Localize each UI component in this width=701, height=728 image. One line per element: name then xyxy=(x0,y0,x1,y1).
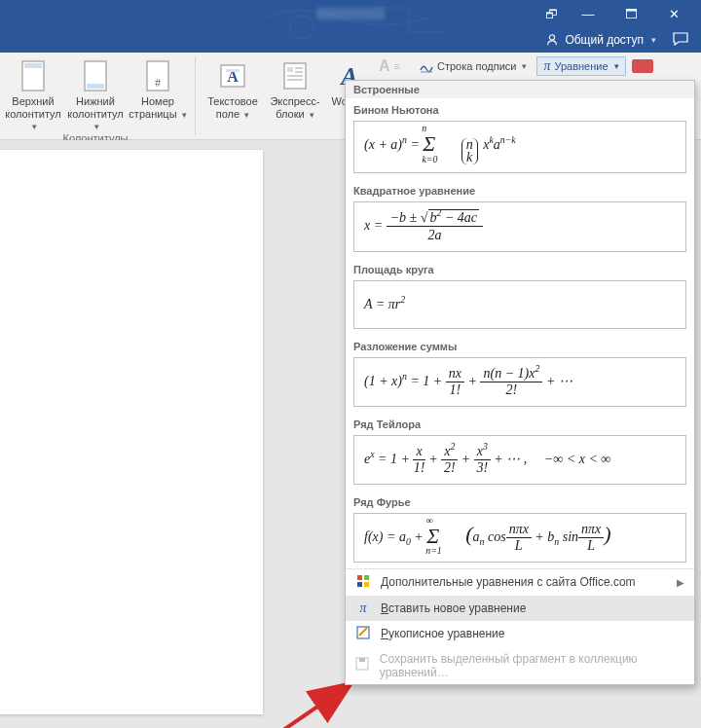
svg-point-0 xyxy=(290,16,314,39)
svg-rect-15 xyxy=(287,75,303,77)
header-icon xyxy=(16,58,51,93)
share-button[interactable]: Общий доступ ▾ xyxy=(537,31,664,49)
eq-item-sum-expansion[interactable]: (1 + x)n = 1 + nx1! + n(n − 1)x22! + ⋯ xyxy=(353,357,686,407)
svg-rect-5 xyxy=(87,84,104,89)
eq-label-quadratic: Квадратное уравнение xyxy=(346,179,694,200)
svg-point-1 xyxy=(550,35,555,40)
menu-save-selection: Сохранить выделенный фрагмент в коллекци… xyxy=(346,647,694,684)
document-page[interactable] xyxy=(0,150,263,714)
svg-rect-10 xyxy=(226,69,240,72)
chevron-right-icon: ▶ xyxy=(677,577,684,588)
menu-ink-equation[interactable]: Рукописное уравнение xyxy=(346,621,694,647)
svg-rect-13 xyxy=(295,67,303,69)
builtin-header: Встроенные xyxy=(346,81,694,98)
menu-insert-equation[interactable]: π Вставить новое уравнение xyxy=(346,596,694,621)
window-title-blur xyxy=(316,8,385,19)
svg-rect-26 xyxy=(359,658,365,662)
svg-rect-21 xyxy=(364,575,369,580)
pi-icon: π xyxy=(355,601,371,616)
dropcap-icon: A xyxy=(379,57,390,75)
eq-label-sum-expansion: Разложение суммы xyxy=(346,335,694,355)
page-number-icon: # xyxy=(140,58,175,93)
quick-parts-button[interactable]: Экспресс-блоки ▾ xyxy=(264,56,326,121)
window-maximize[interactable]: 🗖 xyxy=(609,0,652,27)
equation-dropdown: Встроенные Бином Ньютона (x + a)n = Σk=0… xyxy=(345,80,695,685)
eq-item-circle-area[interactable]: A = πr2 xyxy=(353,280,686,329)
window-close[interactable]: ✕ xyxy=(652,0,695,27)
page-number-button[interactable]: # Номерстраницы ▾ xyxy=(127,56,189,132)
ink-icon xyxy=(355,626,371,642)
save-icon xyxy=(355,657,370,673)
dropcap-button[interactable]: A ≡ xyxy=(375,56,404,76)
share-label: Общий доступ xyxy=(565,33,644,47)
eq-label-circle-area: Площадь круга xyxy=(346,258,694,278)
eq-label-taylor: Ряд Тейлора xyxy=(346,413,694,433)
svg-rect-3 xyxy=(24,63,42,68)
window-minimize[interactable]: — xyxy=(567,0,609,27)
textbox-button[interactable]: A Текстовоеполе ▾ xyxy=(202,56,264,121)
comments-button[interactable] xyxy=(668,32,693,49)
unknown-red-button[interactable] xyxy=(632,59,653,73)
header-button[interactable]: Верхнийколонтитул ▾ xyxy=(2,56,64,132)
quick-parts-icon xyxy=(277,58,313,93)
eq-item-fourier[interactable]: f(x) = a0 + Σn=1∞ (an cosnπxL + bn sinnπ… xyxy=(353,513,686,563)
office-icon xyxy=(355,574,371,591)
signature-icon xyxy=(420,59,433,73)
svg-rect-20 xyxy=(357,575,362,580)
pi-icon: π xyxy=(543,58,550,74)
eq-item-binomial[interactable]: (x + a)n = Σk=0n nk xkan−k xyxy=(353,121,686,173)
menu-more-equations[interactable]: Дополнительные уравнения с сайта Office.… xyxy=(346,569,694,596)
svg-rect-14 xyxy=(295,71,303,73)
eq-item-quadratic[interactable]: x = −b ± √b2 − 4ac2a xyxy=(353,201,686,252)
svg-rect-12 xyxy=(287,67,293,72)
equation-button[interactable]: π Уравнение ▾ xyxy=(536,56,625,76)
footer-button[interactable]: Нижнийколонтитул ▾ xyxy=(64,56,127,132)
footer-icon xyxy=(78,58,113,93)
signature-line-button[interactable]: Строка подписи ▾ xyxy=(416,56,531,76)
svg-rect-22 xyxy=(357,582,362,587)
title-bar: 🗗 — 🗖 ✕ xyxy=(0,0,701,27)
eq-label-fourier: Ряд Фурье xyxy=(346,491,694,511)
textbox-icon: A xyxy=(215,58,250,93)
svg-rect-23 xyxy=(364,582,369,587)
svg-rect-16 xyxy=(287,79,303,81)
eq-item-taylor[interactable]: ex = 1 + x1! + x22! + x33! + ⋯ , −∞ < x … xyxy=(353,435,686,485)
ribbon-display-options[interactable]: 🗗 xyxy=(535,0,567,27)
svg-text:#: # xyxy=(155,76,161,90)
share-icon xyxy=(545,33,559,47)
eq-label-binomial: Бином Ньютона xyxy=(346,98,694,119)
